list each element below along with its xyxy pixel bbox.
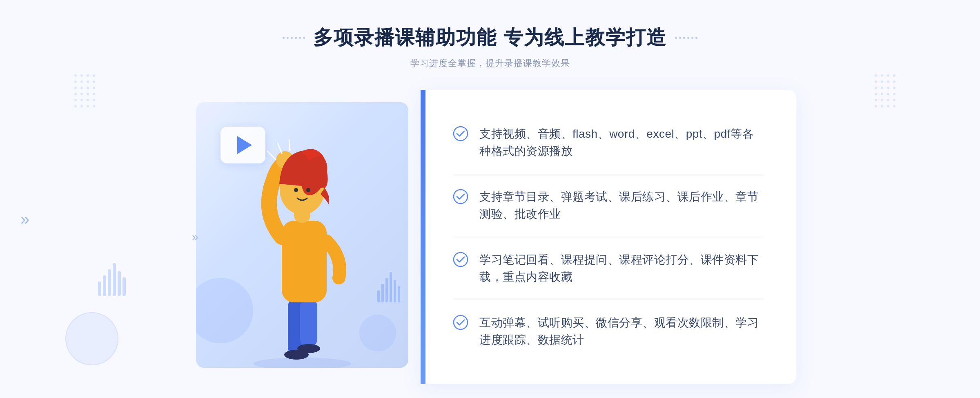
feature-item-1: 支持视频、音频、flash、word、excel、ppt、pdf等各种格式的资源… (453, 117, 764, 168)
chevron-icon-1: » (192, 231, 198, 243)
page-container: 多项录播课辅助功能 专为线上教学打造 学习进度全掌握，提升录播课教学效果 (0, 0, 980, 398)
feature-text-4: 互动弹幕、试听购买、微信分享、观看次数限制、学习进度跟踪、数据统计 (479, 314, 764, 349)
left-illustration: // dots rendered below via inline creati… (184, 90, 421, 384)
dot-11 (691, 37, 693, 39)
svg-point-55 (875, 93, 877, 95)
svg-point-40 (80, 105, 83, 107)
side-chevron-left: » (20, 210, 29, 228)
svg-point-24 (80, 80, 83, 83)
check-icon-1 (453, 126, 468, 141)
svg-rect-5 (282, 221, 327, 302)
svg-point-28 (80, 87, 83, 89)
svg-point-59 (875, 99, 877, 101)
svg-point-41 (87, 105, 89, 107)
svg-point-66 (893, 105, 895, 107)
svg-point-54 (893, 87, 895, 89)
page-subtitle: 学习进度全掌握，提升录播课教学效果 (283, 57, 697, 69)
feature-text-3: 学习笔记回看、课程提问、课程评论打分、课件资料下载，重点内容收藏 (479, 251, 764, 286)
svg-rect-2 (300, 298, 317, 347)
bar-5 (394, 280, 396, 302)
svg-point-23 (74, 80, 77, 83)
svg-point-62 (893, 99, 895, 101)
svg-point-31 (74, 93, 77, 95)
svg-point-32 (80, 93, 83, 95)
svg-point-63 (875, 105, 877, 107)
bottom-circle-decoration (65, 312, 118, 365)
svg-point-51 (875, 87, 877, 89)
bg-dots-top-left (74, 74, 106, 116)
svg-point-39 (74, 105, 77, 107)
feature-text-1: 支持视频、音频、flash、word、excel、ppt、pdf等各种格式的资源… (479, 125, 764, 160)
header-right-dots (675, 37, 697, 39)
svg-point-10 (294, 188, 298, 192)
feature-text-2: 支持章节目录、弹题考试、课后练习、课后作业、章节测验、批改作业 (479, 188, 764, 223)
svg-point-50 (893, 80, 895, 83)
svg-point-56 (881, 93, 883, 95)
dot-8 (679, 37, 681, 39)
svg-point-34 (93, 93, 95, 95)
svg-point-43 (875, 74, 877, 77)
svg-point-47 (875, 80, 877, 83)
dot-4 (295, 37, 297, 39)
svg-point-33 (87, 93, 89, 95)
svg-point-60 (881, 99, 883, 101)
svg-point-20 (80, 74, 83, 77)
dot-3 (291, 37, 293, 39)
svg-point-26 (93, 80, 95, 83)
illustration-background: // dots rendered below via inline creati… (196, 102, 408, 368)
check-icon-4 (453, 315, 468, 330)
main-content: // dots rendered below via inline creati… (184, 90, 796, 384)
svg-point-37 (87, 99, 89, 101)
header-section: 多项录播课辅助功能 专为线上教学打造 学习进度全掌握，提升录播课教学效果 (283, 25, 697, 69)
divider-3 (453, 300, 764, 300)
svg-point-19 (74, 74, 77, 77)
dot-12 (695, 37, 697, 39)
svg-point-42 (93, 105, 95, 107)
svg-point-29 (87, 87, 89, 89)
svg-point-25 (87, 80, 89, 83)
dot-10 (687, 37, 689, 39)
svg-point-11 (306, 188, 310, 192)
svg-line-14 (289, 140, 290, 150)
svg-point-17 (454, 253, 468, 266)
svg-point-35 (74, 99, 77, 101)
feature-item-3: 学习笔记回看、课程提问、课程评论打分、课件资料下载，重点内容收藏 (453, 243, 764, 294)
dot-6 (303, 37, 305, 39)
svg-point-36 (80, 99, 83, 101)
svg-point-21 (87, 74, 89, 77)
svg-point-46 (893, 74, 895, 77)
page-title: 多项录播课辅助功能 专为线上教学打造 (313, 25, 666, 51)
stripe-decoration-left (98, 263, 126, 296)
dot-5 (299, 37, 301, 39)
dot-9 (683, 37, 685, 39)
svg-point-4 (297, 344, 320, 353)
dot-1 (283, 37, 285, 39)
svg-point-65 (887, 105, 889, 107)
arrow-row: » (192, 231, 198, 243)
dot-2 (287, 37, 289, 39)
svg-point-30 (93, 87, 95, 89)
left-chevrons: » (192, 231, 198, 243)
person-illustration (212, 123, 392, 368)
svg-point-0 (253, 358, 351, 368)
divider-1 (453, 174, 764, 174)
svg-point-61 (887, 99, 889, 101)
bar-6 (398, 286, 400, 302)
feature-item-4: 互动弹幕、试听购买、微信分享、观看次数限制、学习进度跟踪、数据统计 (453, 306, 764, 357)
svg-point-45 (887, 74, 889, 77)
svg-line-12 (267, 151, 276, 159)
svg-point-27 (74, 87, 77, 89)
bg-dots-top-right (874, 74, 906, 116)
svg-point-22 (93, 74, 95, 77)
svg-point-18 (454, 315, 468, 329)
svg-point-15 (454, 127, 468, 141)
panel-accent-bar (421, 90, 425, 384)
svg-point-48 (881, 80, 883, 83)
header-title-row: 多项录播课辅助功能 专为线上教学打造 (283, 25, 697, 51)
svg-point-16 (454, 190, 468, 203)
svg-point-64 (881, 105, 883, 107)
svg-point-58 (893, 93, 895, 95)
svg-point-53 (887, 87, 889, 89)
svg-point-52 (881, 87, 883, 89)
svg-point-57 (887, 93, 889, 95)
